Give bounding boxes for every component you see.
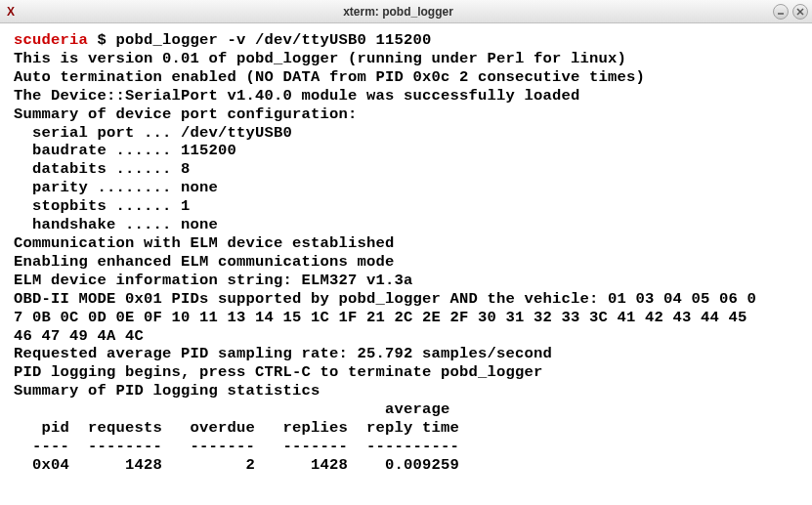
command-text: pobd_logger -v /dev/ttyUSB0 115200 <box>116 31 432 49</box>
output-version: This is version 0.01 of pobd_logger (run… <box>14 50 626 67</box>
config-stopbits: stopbits ...... 1 <box>14 197 191 215</box>
output-serialport-module: The Device::SerialPort v1.40.0 module wa… <box>14 87 580 105</box>
config-databits: databits ...... 8 <box>14 160 191 178</box>
window-titlebar: X xterm: pobd_logger <box>0 0 812 23</box>
output-autoterm: Auto termination enabled (NO DATA from P… <box>14 68 645 86</box>
table-divider: ---- -------- ------- ------- ---------- <box>14 438 459 455</box>
titlebar-buttons <box>773 4 808 20</box>
window-title: xterm: pobd_logger <box>23 5 773 19</box>
prompt-dollar: $ <box>98 31 107 49</box>
table-header-1: average <box>14 400 450 418</box>
output-device-info: ELM device information string: ELM327 v1… <box>14 272 413 289</box>
output-enhanced-mode: Enabling enhanced ELM communications mod… <box>14 253 395 271</box>
output-comm-established: Communication with ELM device establishe… <box>14 234 395 252</box>
table-row: 0x04 1428 2 1428 0.009259 <box>14 456 459 474</box>
output-config-header: Summary of device port configuration: <box>14 105 358 123</box>
config-handshake: handshake ..... none <box>14 216 218 233</box>
config-baudrate: baudrate ...... 115200 <box>14 142 236 159</box>
config-serial-port: serial port ... /dev/ttyUSB0 <box>14 124 292 142</box>
config-parity: parity ........ none <box>14 179 218 196</box>
svg-text:X: X <box>7 5 15 19</box>
output-stats-header: Summary of PID logging statistics <box>14 382 321 400</box>
prompt-hostname: scuderia <box>14 31 88 49</box>
app-icon: X <box>4 4 20 20</box>
output-pids-1: OBD-II MODE 0x01 PIDs supported by pobd_… <box>14 290 756 308</box>
output-logging-begins: PID logging begins, press CTRL-C to term… <box>14 363 543 381</box>
minimize-button[interactable] <box>773 4 789 20</box>
output-pids-2: 7 0B 0C 0D 0E 0F 10 11 13 14 15 1C 1F 21… <box>14 309 748 326</box>
close-button[interactable] <box>792 4 808 20</box>
table-header-2: pid requests overdue replies reply time <box>14 419 459 437</box>
output-sampling-rate: Requested average PID sampling rate: 25.… <box>14 345 552 362</box>
output-pids-3: 46 47 49 4A 4C <box>14 327 144 345</box>
terminal-content[interactable]: scuderia $ pobd_logger -v /dev/ttyUSB0 1… <box>0 23 812 505</box>
